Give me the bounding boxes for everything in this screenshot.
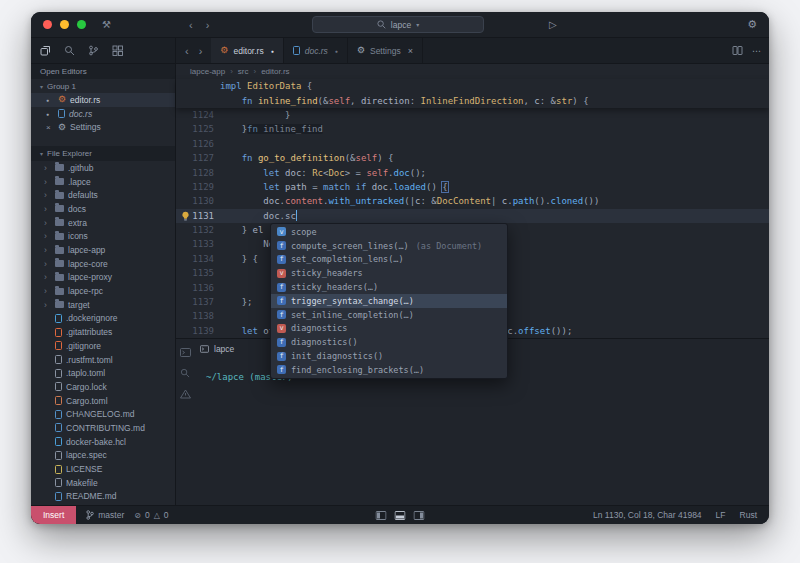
settings-gear-icon[interactable]: ⚙ [747, 18, 757, 31]
open-editor-item-editor-rs[interactable]: ●⚙editor.rs [31, 93, 175, 107]
tree-item-icons[interactable]: ›icons [31, 230, 175, 244]
tree-item--gitignore[interactable]: .gitignore [31, 339, 175, 353]
more-actions-icon[interactable]: ⋯ [752, 46, 761, 56]
toggle-left-panel-icon[interactable] [376, 511, 387, 520]
tree-item-docs[interactable]: ›docs [31, 202, 175, 216]
completion-item[interactable]: fset_completion_lens(…) [271, 253, 507, 267]
plugins-icon[interactable] [112, 45, 123, 56]
source-control-icon[interactable] [88, 45, 99, 56]
tabs-back-button[interactable]: ‹ [185, 45, 189, 57]
close-window-button[interactable] [43, 20, 52, 29]
completion-item[interactable]: ftrigger_syntax_change(…) [271, 294, 507, 308]
tab-settings[interactable]: ⚙Settings× [348, 38, 423, 63]
tree-item-makefile[interactable]: Makefile [31, 476, 175, 490]
back-button[interactable]: ‹ [189, 19, 193, 31]
breadcrumb-item[interactable]: src [238, 67, 249, 76]
search-icon[interactable] [180, 368, 190, 378]
language-mode[interactable]: Rust [740, 510, 757, 520]
tree-item-lapce-app[interactable]: ›lapce-app [31, 243, 175, 257]
completion-item[interactable]: vdiagnostics [271, 322, 507, 336]
tree-item-target[interactable]: ›target [31, 298, 175, 312]
tree-item-label: target [68, 300, 90, 310]
editor-group-header[interactable]: ▾ Group 1 [31, 79, 175, 93]
code-line[interactable]: 1131 doc.sc [176, 209, 769, 223]
tree-item-label: icons [68, 231, 88, 241]
tool-icon[interactable]: ⚒ [102, 19, 111, 30]
close-icon[interactable]: × [408, 46, 413, 56]
completion-item[interactable]: finit_diagnostics() [271, 349, 507, 363]
close-icon[interactable]: × [46, 123, 54, 132]
forward-button[interactable]: › [206, 19, 210, 31]
code-line[interactable]: impl EditorData { [176, 79, 769, 93]
tree-item-license[interactable]: LICENSE [31, 462, 175, 476]
terminal-icon[interactable] [180, 348, 191, 357]
code-editor[interactable]: impl EditorData { fn inline_find(&self, … [176, 79, 769, 338]
code-line[interactable]: 1125 }fn inline_find [176, 122, 769, 136]
titlebar[interactable]: ⚒ ‹ › lapce ▾ ▷ ⚙ [31, 12, 769, 38]
modified-dot[interactable]: ● [271, 48, 274, 54]
breadcrumb-item[interactable]: lapce-app [190, 67, 225, 76]
completion-item[interactable]: fset_inline_completion(…) [271, 308, 507, 322]
line-ending[interactable]: LF [716, 510, 726, 520]
code-line[interactable]: 1127 fn go_to_definition(&self) { [176, 151, 769, 165]
completion-item[interactable]: vscope [271, 225, 507, 239]
completion-item[interactable]: fcompute_screen_lines(…)(as Document) [271, 239, 507, 253]
code-line[interactable]: 1128 let doc: Rc<Doc> = self.doc(); [176, 165, 769, 179]
tree-item--taplo-toml[interactable]: .taplo.toml [31, 366, 175, 380]
completion-item[interactable]: ffind_enclosing_brackets(…) [271, 363, 507, 377]
open-editor-item-settings[interactable]: ×⚙Settings [31, 120, 175, 134]
tab-editor-rs[interactable]: ⚙editor.rs● [211, 38, 283, 63]
toggle-right-panel-icon[interactable] [414, 511, 425, 520]
terminal-tab-icon [200, 345, 209, 353]
toggle-bottom-panel-icon[interactable] [395, 511, 406, 520]
tab-doc-rs[interactable]: doc.rs● [284, 38, 348, 63]
tree-item-lapce-rpc[interactable]: ›lapce-rpc [31, 284, 175, 298]
completion-item[interactable]: fsticky_headers(…) [271, 280, 507, 294]
tree-item-lapce-spec[interactable]: lapce.spec [31, 449, 175, 463]
open-editor-item-doc-rs[interactable]: ●doc.rs [31, 107, 175, 121]
modified-dot[interactable]: ● [46, 97, 54, 103]
diagnostics-summary[interactable]: ⊘ 0 △ 0 [134, 510, 168, 520]
code-line[interactable]: 1130 doc.content.with_untracked(|c: &Doc… [176, 194, 769, 208]
tree-item--rustfmt-toml[interactable]: .rustfmt.toml [31, 353, 175, 367]
file-explorer-header[interactable]: ▾ File Explorer [31, 146, 175, 161]
tree-item-defaults[interactable]: ›defaults [31, 188, 175, 202]
tree-item-lapce-core[interactable]: ›lapce-core [31, 257, 175, 271]
code-line[interactable]: 1124 } [176, 108, 769, 122]
lightbulb-icon[interactable] [181, 211, 190, 221]
git-branch[interactable]: master [86, 510, 124, 520]
tree-item-extra[interactable]: ›extra [31, 216, 175, 230]
tree-item--lapce[interactable]: ›.lapce [31, 175, 175, 189]
code-line[interactable]: 1126 [176, 137, 769, 151]
run-button[interactable]: ▷ [549, 19, 557, 30]
modified-dot[interactable]: ● [335, 48, 338, 54]
code-line[interactable]: 1129 let path = match if doc.loaded() { [176, 180, 769, 194]
command-palette[interactable]: lapce ▾ [312, 16, 484, 33]
problems-icon[interactable] [180, 389, 191, 399]
tree-item--github[interactable]: ›.github [31, 161, 175, 175]
tree-item-lapce-proxy[interactable]: ›lapce-proxy [31, 271, 175, 285]
zoom-window-button[interactable] [77, 20, 86, 29]
tree-item-cargo-lock[interactable]: Cargo.lock [31, 380, 175, 394]
minimize-window-button[interactable] [60, 20, 69, 29]
code-line[interactable]: fn inline_find(&self, direction: InlineF… [176, 93, 769, 107]
terminal-tab-label[interactable]: lapce [214, 344, 234, 354]
tree-item-changelog-md[interactable]: CHANGELOG.md [31, 407, 175, 421]
editor-mode-badge[interactable]: Insert [31, 506, 76, 524]
split-editor-icon[interactable] [732, 45, 743, 56]
tree-item-cargo-toml[interactable]: Cargo.toml [31, 394, 175, 408]
open-editors-header[interactable]: Open Editors [31, 64, 175, 79]
tree-item--gitattributes[interactable]: .gitattributes [31, 325, 175, 339]
tree-item--dockerignore[interactable]: .dockerignore [31, 312, 175, 326]
tree-item-contributing-md[interactable]: CONTRIBUTING.md [31, 421, 175, 435]
breadcrumb-item[interactable]: editor.rs [261, 67, 289, 76]
completion-item[interactable]: vsticky_headers [271, 266, 507, 280]
completion-item[interactable]: fdiagnostics() [271, 335, 507, 349]
file-explorer-icon[interactable] [40, 45, 51, 56]
tree-item-readme-md[interactable]: README.md [31, 490, 175, 504]
tabs-forward-button[interactable]: › [199, 45, 203, 57]
modified-dot[interactable]: ● [46, 111, 54, 117]
search-icon[interactable] [64, 45, 75, 56]
tree-item-docker-bake-hcl[interactable]: docker-bake.hcl [31, 435, 175, 449]
cursor-position[interactable]: Ln 1130, Col 18, Char 41984 [593, 510, 702, 520]
